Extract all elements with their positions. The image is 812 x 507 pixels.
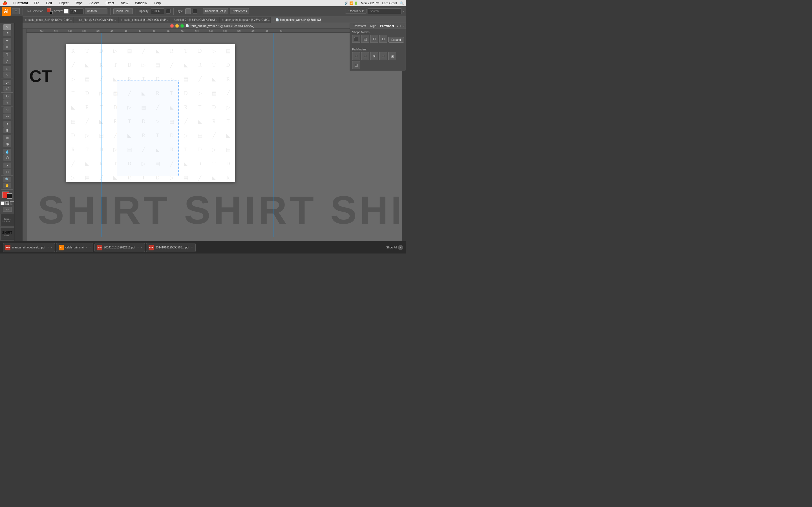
tab-transform[interactable]: Transform bbox=[352, 24, 368, 28]
thumbnail-2[interactable]: SHIRT Scree... bbox=[0, 227, 14, 240]
tool-hand[interactable]: ✋ bbox=[3, 182, 11, 188]
panel-close[interactable]: × bbox=[403, 24, 405, 28]
workspace-btn[interactable]: ☰ bbox=[12, 8, 20, 14]
touch-type-btn[interactable]: Touch Call... bbox=[113, 8, 133, 14]
tab-laser-shirt[interactable]: × laser_shirt_large.ai* @ 25% (CMY... bbox=[220, 17, 270, 23]
menu-window[interactable]: Window bbox=[134, 1, 148, 5]
tool-blob-brush[interactable]: 🖊 bbox=[3, 86, 11, 92]
window-maximize[interactable] bbox=[181, 24, 184, 27]
tool-ellipse[interactable]: ○ bbox=[3, 72, 11, 78]
menu-effect[interactable]: Effect bbox=[104, 1, 115, 5]
tool-mesh[interactable]: ⊞ bbox=[3, 135, 11, 141]
menu-object[interactable]: Object bbox=[57, 1, 70, 5]
window-close[interactable] bbox=[170, 24, 174, 27]
tab-close-4[interactable]: × bbox=[172, 18, 173, 21]
tool-direct-selection[interactable]: ↗ bbox=[3, 31, 11, 36]
show-all-btn[interactable]: Show All bbox=[386, 246, 397, 249]
pathfinder-outline[interactable]: ▣ bbox=[388, 52, 396, 60]
apple-menu[interactable]: 🍎 bbox=[2, 1, 7, 5]
stroke-width-input[interactable] bbox=[70, 8, 84, 14]
tab-close-6[interactable]: × bbox=[273, 18, 274, 21]
taskbar-close-3[interactable]: × bbox=[141, 246, 142, 249]
tool-scissors[interactable]: ✂ bbox=[3, 163, 11, 168]
tool-rotate[interactable]: ↻ bbox=[3, 94, 11, 100]
taskbar-close-all[interactable]: × bbox=[398, 245, 403, 250]
window-minimize[interactable] bbox=[175, 24, 179, 27]
thumbnail-1[interactable]: Scree... 2014-10-... bbox=[0, 214, 14, 226]
panel-collapse[interactable]: ▲ bbox=[396, 24, 399, 27]
search-icon[interactable]: 🔍 bbox=[400, 1, 404, 5]
tool-pen[interactable]: ✒ bbox=[3, 38, 11, 44]
style-arrow[interactable] bbox=[193, 9, 197, 13]
pathfinder-trim[interactable]: ⊟ bbox=[361, 52, 369, 60]
color-swatch-small[interactable] bbox=[47, 8, 53, 14]
pathfinder-crop[interactable]: ⊡ bbox=[379, 52, 387, 60]
screen-mode-btn[interactable]: ▭ bbox=[3, 207, 12, 212]
search-input[interactable] bbox=[368, 8, 402, 14]
menu-select[interactable]: Select bbox=[88, 1, 100, 5]
tool-scale[interactable]: ⤡ bbox=[3, 100, 11, 105]
pathfinder-merge[interactable]: ⊠ bbox=[370, 52, 378, 60]
essentials-dropdown[interactable]: Essentials ▼ bbox=[345, 9, 366, 13]
shape-mode-intersect[interactable]: ⊓ bbox=[370, 35, 378, 43]
tab-close-5[interactable]: × bbox=[222, 18, 223, 21]
tab-cut-file[interactable]: × cut_file* @ 81% (CMYK/Pre... bbox=[73, 17, 118, 23]
style-swatch[interactable] bbox=[185, 8, 191, 14]
tab-close-2[interactable]: × bbox=[76, 18, 77, 21]
panel-menu[interactable]: ≡ bbox=[400, 24, 402, 27]
taskbar-item-2[interactable]: Ai cable_prints.ai ▼ × bbox=[56, 243, 93, 252]
gradient-swatch[interactable] bbox=[5, 202, 9, 205]
tool-eraser[interactable]: ◻ bbox=[3, 169, 11, 175]
taskbar-dropdown-2[interactable]: ▼ bbox=[86, 246, 88, 249]
tab-close-1[interactable]: × bbox=[25, 18, 27, 21]
taskbar-close-2[interactable]: × bbox=[89, 246, 91, 249]
menu-type[interactable]: Type bbox=[74, 1, 84, 5]
menu-edit[interactable]: Edit bbox=[45, 1, 53, 5]
app-name[interactable]: Illustrator bbox=[13, 1, 28, 5]
tab-cable-prints[interactable]: × cable_prints.ai @ 150% (CMYK/P... bbox=[118, 17, 169, 23]
tab-untitled-2[interactable]: × Untitled-2* @ 81% (CMYK/Previ... bbox=[169, 17, 220, 23]
menu-help[interactable]: Help bbox=[153, 1, 162, 5]
tool-paintbrush[interactable]: 🖌 bbox=[3, 80, 11, 86]
username[interactable]: Lara Grant bbox=[382, 1, 397, 5]
taskbar-dropdown-1[interactable]: ▼ bbox=[47, 246, 49, 249]
tool-zoom[interactable]: 🔍 bbox=[3, 177, 11, 182]
tab-close-3[interactable]: × bbox=[121, 18, 122, 21]
tool-pencil[interactable]: ✏ bbox=[3, 44, 11, 50]
tool-warp[interactable]: 〜 bbox=[3, 107, 11, 113]
tool-selection[interactable]: ↖ bbox=[3, 24, 11, 30]
shape-mode-exclude[interactable]: ⊔ bbox=[379, 35, 387, 43]
options-icon[interactable]: ≡ bbox=[403, 10, 404, 13]
tool-blend[interactable]: ⬡ bbox=[3, 155, 11, 161]
stroke-color-swatch[interactable] bbox=[64, 9, 68, 13]
none-swatch[interactable] bbox=[1, 202, 4, 205]
pathfinder-divide[interactable]: ⊞ bbox=[352, 52, 360, 60]
shape-mode-unite[interactable]: ⬛ bbox=[352, 35, 360, 43]
menu-file[interactable]: File bbox=[33, 1, 40, 5]
tool-gradient[interactable]: ◑ bbox=[3, 141, 11, 147]
tool-type[interactable]: T bbox=[3, 52, 11, 58]
tab-font-outline[interactable]: × 📄 font_outline_work.ai* @ 50% (CMYK/Pr… bbox=[270, 17, 321, 23]
tab-cable-prints-2[interactable]: × cable_prints_2.ai* @ 100% (CMY... bbox=[22, 17, 73, 23]
taskbar-dropdown-4[interactable]: ▼ bbox=[191, 246, 193, 249]
document-setup-btn[interactable]: Document Setup bbox=[203, 8, 228, 14]
taskbar-item-1[interactable]: PDF manual_silhouette-st....pdf ▼ × bbox=[3, 243, 55, 252]
tool-rectangle[interactable]: □ bbox=[3, 66, 11, 71]
taskbar-dropdown-3[interactable]: ▼ bbox=[137, 246, 139, 249]
tool-width[interactable]: ⇔ bbox=[3, 114, 11, 119]
tool-line[interactable]: ╱ bbox=[3, 58, 11, 64]
stroke-color[interactable] bbox=[7, 193, 12, 199]
expand-button[interactable]: Expand bbox=[388, 37, 404, 43]
stroke-style-dropdown[interactable]: Uniform bbox=[85, 8, 107, 14]
tool-column-graph[interactable]: ▮ bbox=[3, 127, 11, 133]
taskbar-close-1[interactable]: × bbox=[51, 246, 52, 249]
taskbar-item-4[interactable]: PDF 20141016125053563....pdf ▼ bbox=[146, 243, 195, 252]
tab-align[interactable]: Align bbox=[368, 24, 378, 28]
preferences-btn[interactable]: Preferences bbox=[230, 8, 249, 14]
canvas-scroll[interactable]: CT // Generate pattern cells inline cons… bbox=[27, 33, 402, 237]
color-swatches[interactable] bbox=[2, 191, 12, 199]
pattern-swatch[interactable]: ⬚ bbox=[10, 202, 14, 205]
shape-mode-minus-front[interactable]: ◱ bbox=[361, 35, 369, 43]
tool-symbol[interactable]: ✦ bbox=[3, 121, 11, 127]
tab-pathfinder[interactable]: Pathfinder bbox=[378, 24, 396, 28]
